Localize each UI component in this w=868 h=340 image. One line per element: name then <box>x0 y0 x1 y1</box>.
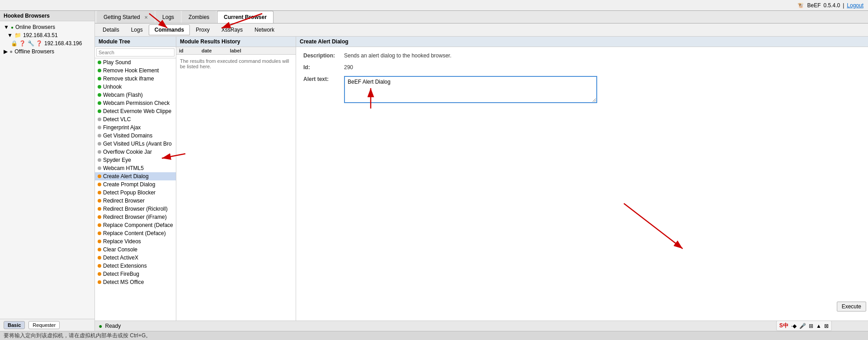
ime-label: S中 <box>779 322 788 330</box>
list-item[interactable]: Remove stuck iframe <box>95 75 176 83</box>
sidebar: Hooked Browsers ▼ ● Online Browsers ▼ 📁 … <box>0 11 95 331</box>
close-getting-started-icon[interactable]: ✕ <box>144 15 148 20</box>
requester-tab[interactable]: Requester <box>28 321 60 329</box>
sidebar-bottom-tabs: Basic Requester <box>0 319 94 331</box>
list-item[interactable]: Detect FireBug <box>95 270 176 278</box>
ime-mic-icon[interactable]: 🎤 <box>799 323 806 329</box>
sub-tab-details[interactable]: Details <box>97 24 125 35</box>
id-label: Id: <box>303 64 344 71</box>
list-item[interactable]: Redirect Browser (iFrame) <box>95 213 176 221</box>
list-item[interactable]: Unhook <box>95 83 176 91</box>
list-item[interactable]: Replace Videos <box>95 237 176 246</box>
list-item[interactable]: Webcam Permission Check <box>95 99 176 107</box>
sub-tabs: Details Logs Commands Proxy XssRays Netw… <box>95 24 868 37</box>
description-value: Sends an alert dialog to the hooked brow… <box>344 52 452 59</box>
sidebar-browser-item[interactable]: 🔒 ❓ 🔧 ❓ 192.168.43.196 <box>9 39 93 47</box>
results-panel: Module Results History id date label The… <box>176 37 296 321</box>
module-dot <box>98 142 101 146</box>
list-item[interactable]: Webcam (Flash) <box>95 91 176 99</box>
list-item[interactable]: Detect ActiveX <box>95 254 176 262</box>
sub-tab-proxy[interactable]: Proxy <box>190 24 216 35</box>
list-item[interactable]: Fingerprint Ajax <box>95 123 176 132</box>
list-item[interactable]: Redirect Browser (Rickroll) <box>95 205 176 213</box>
sub-tab-xssrays[interactable]: XssRays <box>216 24 249 35</box>
module-item-label: Detect Evernote Web Clippe <box>103 108 171 114</box>
sub-tab-commands[interactable]: Commands <box>149 24 190 35</box>
module-item-label: Spyder Eye <box>103 157 131 163</box>
sub-tab-proxy-label: Proxy <box>196 27 210 33</box>
results-header: Module Results History <box>176 37 296 47</box>
list-item[interactable]: Detect Evernote Web Clippe <box>95 107 176 115</box>
list-item[interactable]: Detect Extensions <box>95 262 176 270</box>
ime-grid-icon[interactable]: ⊞ <box>809 323 813 329</box>
list-item[interactable]: Create Prompt Dialog <box>95 180 176 189</box>
list-item[interactable]: Overflow Cookie Jar <box>95 148 176 156</box>
list-item[interactable]: Replace Component (Deface <box>95 221 176 229</box>
sub-tab-logs-label: Logs <box>131 27 143 33</box>
list-item[interactable]: Detect Popup Blocker <box>95 189 176 197</box>
sub-tab-network[interactable]: Network <box>249 24 280 35</box>
logout-link[interactable]: Logout <box>847 2 863 9</box>
execute-button[interactable]: Execute <box>837 302 866 312</box>
module-item-label: Get Visited Domains <box>103 132 152 139</box>
sidebar-online-browsers[interactable]: ▼ ● Online Browsers <box>2 23 93 31</box>
module-dot <box>98 166 101 170</box>
list-item[interactable]: Spyder Eye <box>95 156 176 164</box>
status-label: Ready <box>105 323 121 329</box>
col-label: label <box>230 48 241 53</box>
module-item-label: Replace Content (Deface) <box>103 230 166 236</box>
list-item[interactable]: Webcam HTML5 <box>95 164 176 172</box>
list-item[interactable]: Clear Console <box>95 246 176 254</box>
list-item[interactable]: Detect MS Office <box>95 278 176 286</box>
list-item[interactable]: Detect VLC <box>95 115 176 123</box>
ime-icon-1[interactable]: ·◆ <box>791 323 797 329</box>
module-search-input[interactable] <box>96 48 175 57</box>
module-item-label: Play Sound <box>103 59 131 66</box>
sidebar-ip1[interactable]: ▼ 📁 192.168.43.51 <box>5 31 93 39</box>
col-date: date <box>202 48 212 53</box>
basic-tab[interactable]: Basic <box>4 321 25 329</box>
module-item-label: Webcam Permission Check <box>103 100 170 106</box>
module-item-label: Redirect Browser (Rickroll) <box>103 206 168 212</box>
module-dot <box>98 215 101 219</box>
tab-getting-started[interactable]: Getting Started ✕ <box>97 11 155 23</box>
top-tabs: Getting Started ✕ Logs Zombies Current B… <box>95 11 868 24</box>
module-dot <box>98 150 101 154</box>
module-dot <box>98 61 101 64</box>
module-dot <box>98 118 101 121</box>
module-dot <box>98 264 101 268</box>
module-dot <box>98 126 101 129</box>
tab-logs[interactable]: Logs <box>156 11 181 23</box>
module-item-label: Unhook <box>103 84 122 90</box>
list-item[interactable]: Get Visited URLs (Avant Bro <box>95 140 176 148</box>
ime-box-icon[interactable]: ⊠ <box>824 323 829 329</box>
sub-tab-logs[interactable]: Logs <box>125 24 149 35</box>
sidebar-tree: ▼ ● Online Browsers ▼ 📁 192.168.43.51 🔒 … <box>0 21 94 319</box>
module-item-label: Redirect Browser <box>103 198 145 204</box>
list-item[interactable]: Get Visited Domains <box>95 132 176 140</box>
list-item[interactable]: Remove Hook Element <box>95 66 176 75</box>
detail-header: Create Alert Dialog <box>296 37 868 47</box>
list-item[interactable]: Play Sound <box>95 58 176 66</box>
tab-current-browser[interactable]: Current Browser <box>217 11 274 23</box>
module-item-label: Remove Hook Element <box>103 67 159 74</box>
module-item-label: Overflow Cookie Jar <box>103 149 152 155</box>
tab-zombies[interactable]: Zombies <box>182 11 216 23</box>
sub-tab-commands-label: Commands <box>155 27 184 33</box>
panels: Module Tree Play SoundRemove Hook Elemen… <box>95 37 868 321</box>
sidebar-offline-browsers[interactable]: ▶ ● Offline Browsers <box>2 47 93 56</box>
module-dot <box>98 109 101 113</box>
ime-arrow-icon[interactable]: ▲ <box>816 323 821 329</box>
online-browsers-label: Online Browsers <box>15 24 55 30</box>
module-dot <box>98 69 101 72</box>
alert-text-input[interactable] <box>344 76 597 103</box>
folder-icon: 📁 <box>14 32 21 38</box>
list-item[interactable]: Create Alert Dialog <box>95 172 176 180</box>
id-value: 290 <box>344 64 353 71</box>
list-item[interactable]: Replace Content (Deface) <box>95 229 176 237</box>
module-dot <box>98 223 101 227</box>
module-dot <box>98 191 101 194</box>
list-item[interactable]: Redirect Browser <box>95 197 176 205</box>
separator: | <box>843 2 844 9</box>
tab-current-browser-label: Current Browser <box>224 14 267 20</box>
